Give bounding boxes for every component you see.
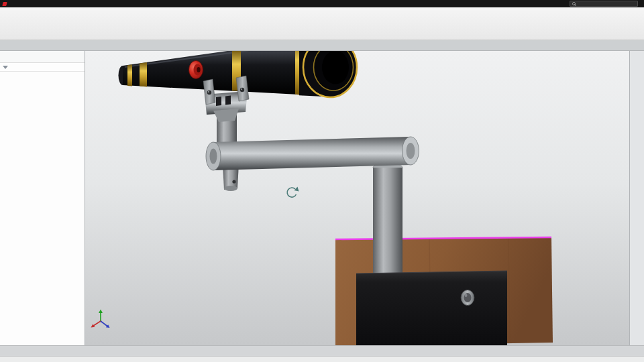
status-bar (0, 356, 644, 362)
graphics-area[interactable] (85, 51, 629, 345)
knob-highlight (465, 294, 468, 297)
arm-right-cap-inner (407, 143, 415, 159)
search-commands-input[interactable] (570, 1, 638, 7)
base-mount-panel[interactable] (356, 271, 507, 345)
bottom-tab-bar (0, 345, 644, 356)
gold-ring (140, 62, 147, 86)
swivel-bottom (224, 186, 237, 191)
model-3d-view[interactable] (85, 51, 629, 345)
orientation-triad-icon (91, 310, 110, 328)
solidworks-logo (3, 2, 8, 6)
gold-ring (127, 64, 132, 86)
arm-component[interactable] (213, 137, 411, 170)
titlebar (0, 0, 644, 7)
bracket-screw (207, 90, 211, 95)
rotate-cursor-icon (287, 187, 299, 198)
bracket-screw-highlight (208, 91, 209, 93)
objective-lens (322, 51, 349, 84)
bottom-bar-icons (0, 346, 7, 356)
bracket-slot (225, 96, 231, 105)
solidworks-logo-icon (2, 2, 7, 6)
filter-icon (3, 66, 8, 69)
arm-left-cap-inner (210, 149, 217, 164)
panel-tab-strip (0, 51, 85, 63)
feature-tree (0, 72, 85, 73)
bracket-slot (216, 97, 221, 106)
search-icon (572, 2, 576, 5)
task-pane (629, 51, 644, 345)
bracket-screw-highlight (241, 88, 242, 90)
command-manager-ribbon (0, 7, 644, 40)
bracket-screw (240, 88, 244, 92)
command-manager-tabrow (0, 40, 644, 51)
tree-filter-row[interactable] (0, 63, 85, 72)
swivel-screw (232, 180, 235, 183)
feature-manager-panel (0, 51, 85, 345)
focus-knob-center (197, 67, 200, 72)
post-component[interactable] (373, 168, 402, 276)
